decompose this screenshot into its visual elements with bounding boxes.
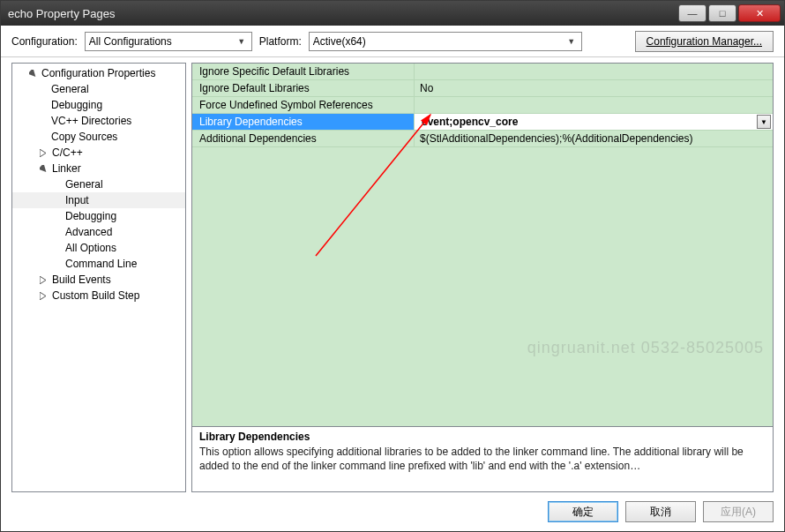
dialog-footer: 确定 取消 应用(A) (1, 492, 784, 531)
platform-dropdown[interactable]: Active(x64) ▼ (309, 32, 582, 51)
ok-button[interactable]: 确定 (548, 501, 618, 522)
configuration-dropdown[interactable]: All Configurations ▼ (85, 32, 252, 51)
grid-label: Additional Dependencies (192, 131, 415, 146)
close-button[interactable]: ✕ (738, 4, 781, 22)
description-panel: Library Dependencies This option allows … (192, 426, 773, 491)
grid-label-selected: Library Dependencies (192, 114, 415, 130)
grid-label: Ignore Default Libraries (192, 80, 415, 96)
description-text: This option allows specifying additional… (199, 445, 766, 473)
tree-item-ccpp[interactable]: C/C++ (12, 145, 185, 161)
platform-value: Active(x64) (313, 35, 565, 48)
tree-item-copysources[interactable]: Copy Sources (12, 129, 185, 145)
tree-label: Configuration Properties (41, 67, 155, 79)
tree-item-custombuild[interactable]: Custom Build Step (12, 288, 185, 303)
grid-label: Ignore Specific Default Libraries (192, 64, 415, 79)
tree-item-linker[interactable]: Linker (12, 161, 185, 176)
grid-row[interactable]: Ignore Specific Default Libraries (192, 64, 773, 80)
grid-row[interactable]: Force Undefined Symbol References (192, 97, 773, 114)
minimize-button[interactable]: — (678, 4, 706, 22)
grid-value-editing[interactable]: ▼ (415, 114, 773, 130)
expand-open-icon[interactable] (28, 69, 38, 79)
grid-row-selected[interactable]: Library Dependencies ▼ (192, 114, 773, 131)
grid-value[interactable]: No (415, 80, 773, 96)
expand-open-icon[interactable] (39, 164, 49, 174)
grid-row[interactable]: Additional Dependencies $(StlAdditionalD… (192, 131, 773, 147)
grid-value[interactable] (415, 97, 773, 113)
tree-item-linker-alloptions[interactable]: All Options (12, 240, 185, 256)
nav-tree[interactable]: Configuration Properties General Debuggi… (11, 63, 186, 492)
property-grid[interactable]: Ignore Specific Default Libraries Ignore… (192, 64, 773, 426)
tree-item-general[interactable]: General (12, 81, 185, 97)
grid-value[interactable]: $(StlAdditionalDependencies);%(Additiona… (415, 131, 773, 146)
tree-item-linker-debugging[interactable]: Debugging (12, 208, 185, 224)
tree-item-linker-general[interactable]: General (12, 176, 185, 192)
grid-value[interactable] (415, 64, 773, 79)
grid-row[interactable]: Ignore Default Libraries No (192, 80, 773, 97)
property-panel: Ignore Specific Default Libraries Ignore… (191, 63, 774, 492)
tree-item-buildevents[interactable]: Build Events (12, 272, 185, 288)
library-dependencies-input[interactable] (420, 115, 773, 129)
chevron-down-icon: ▼ (236, 37, 248, 46)
tree-item-linker-input[interactable]: Input (12, 192, 185, 208)
configuration-label: Configuration: (11, 35, 78, 48)
tree-item-linker-commandline[interactable]: Command Line (12, 256, 185, 272)
platform-label: Platform: (259, 35, 302, 48)
tree-root[interactable]: Configuration Properties (12, 65, 185, 81)
description-title: Library Dependencies (199, 431, 766, 443)
expand-closed-icon[interactable] (39, 291, 49, 301)
expand-closed-icon[interactable] (39, 148, 49, 158)
title-bar: echo Property Pages — □ ✕ (1, 1, 784, 26)
configuration-value: All Configurations (89, 35, 236, 48)
window-title: echo Property Pages (8, 7, 677, 20)
configuration-manager-button[interactable]: Configuration Manager... (635, 31, 774, 52)
tree-item-linker-advanced[interactable]: Advanced (12, 224, 185, 240)
config-bar: Configuration: All Configurations ▼ Plat… (1, 26, 784, 57)
cancel-button[interactable]: 取消 (625, 501, 696, 522)
window-buttons: — □ ✕ (677, 4, 781, 22)
expand-closed-icon[interactable] (39, 275, 49, 285)
dropdown-button[interactable]: ▼ (757, 115, 771, 129)
watermark-text: qingruanit.net 0532-85025005 (527, 339, 764, 357)
maximize-button[interactable]: □ (708, 4, 736, 22)
tree-item-vcdirs[interactable]: VC++ Directories (12, 113, 185, 129)
grid-label: Force Undefined Symbol References (192, 97, 415, 113)
tree-item-debugging[interactable]: Debugging (12, 97, 185, 113)
apply-button: 应用(A) (703, 501, 774, 522)
chevron-down-icon: ▼ (565, 37, 578, 46)
